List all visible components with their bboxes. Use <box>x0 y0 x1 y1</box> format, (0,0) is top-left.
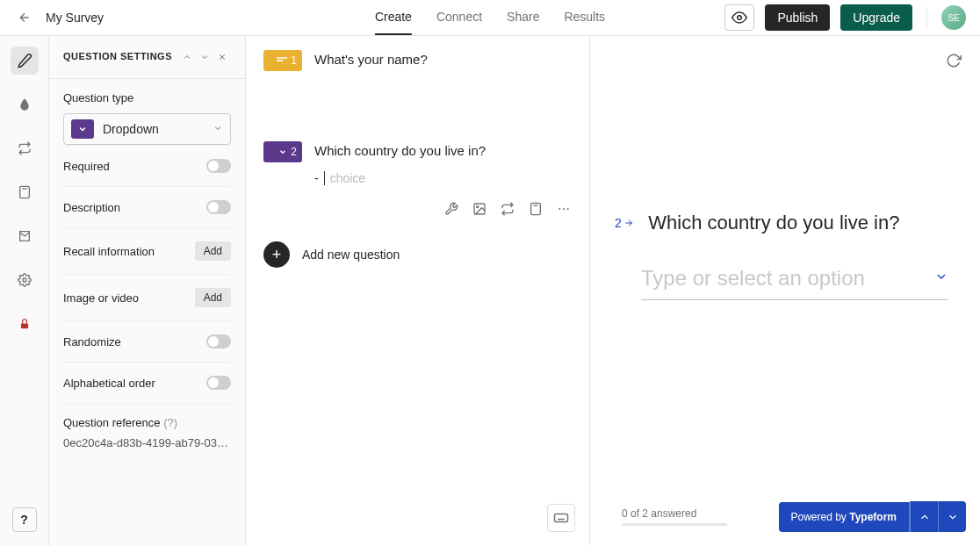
image-label: Image or video <box>63 291 139 305</box>
settings-panel-title: QUESTION SETTINGS <box>63 50 178 63</box>
preview-dropdown-input[interactable]: Type or select an option <box>641 261 948 300</box>
svg-rect-17 <box>531 203 541 214</box>
svg-rect-1 <box>19 186 29 198</box>
randomize-toggle[interactable] <box>206 334 231 348</box>
calculator-icon <box>529 202 543 216</box>
chevron-down-icon <box>213 121 223 137</box>
tab-share[interactable]: Share <box>507 0 539 35</box>
avatar[interactable]: SE <box>941 5 966 30</box>
question-type-label: Question type <box>63 91 231 104</box>
chevron-down-icon <box>199 52 210 62</box>
close-icon <box>217 52 227 62</box>
dropdown-icon <box>278 147 287 156</box>
question-2-badge: 2 <box>263 141 302 162</box>
svg-rect-22 <box>555 514 568 522</box>
keyboard-button[interactable] <box>547 504 575 532</box>
upgrade-button[interactable]: Upgrade <box>840 4 912 31</box>
calculator-icon <box>18 185 32 199</box>
lock-icon <box>18 318 31 330</box>
question-type-value: Dropdown <box>103 122 204 136</box>
eye-icon <box>731 10 747 25</box>
dropdown-type-icon <box>71 119 94 139</box>
randomize-label: Randomize <box>63 335 121 348</box>
svg-point-16 <box>477 206 479 208</box>
alpha-toggle[interactable] <box>206 376 231 390</box>
progress-bar <box>622 523 727 526</box>
image-icon <box>472 202 486 216</box>
prev-question-button[interactable] <box>178 48 196 66</box>
svg-rect-10 <box>20 323 27 328</box>
drop-icon <box>18 97 32 111</box>
tab-create[interactable]: Create <box>375 0 412 35</box>
preview-button[interactable] <box>724 4 754 31</box>
chevron-down-icon <box>934 269 948 287</box>
preview-nav-down[interactable] <box>938 501 966 532</box>
mail-icon <box>18 229 32 243</box>
tool-logic[interactable] <box>11 134 39 162</box>
tool-access[interactable] <box>11 310 39 338</box>
choice-input[interactable]: - choice <box>314 171 572 185</box>
refresh-preview-button[interactable] <box>941 48 966 73</box>
add-question-button[interactable]: + Add new question <box>263 241 572 268</box>
close-settings-button[interactable] <box>213 48 231 66</box>
tab-connect[interactable]: Connect <box>436 0 482 35</box>
tool-calculator[interactable] <box>11 178 39 206</box>
progress-text: 0 of 2 answered <box>622 507 727 520</box>
survey-title: My Survey <box>46 11 104 25</box>
arrow-right-icon <box>623 218 634 228</box>
svg-point-19 <box>558 208 560 210</box>
plus-icon: + <box>263 241 290 268</box>
required-label: Required <box>63 160 110 173</box>
question-1[interactable]: 1 What's your name? <box>263 50 572 71</box>
action-image[interactable] <box>472 201 487 217</box>
question-1-badge: 1 <box>263 50 302 71</box>
next-question-button[interactable] <box>196 48 213 66</box>
tool-design[interactable] <box>11 90 39 119</box>
tool-content[interactable] <box>11 47 39 75</box>
recall-label: Recall information <box>63 245 155 258</box>
description-toggle[interactable] <box>206 200 231 214</box>
preview-question-text: Which country do you live in? <box>648 212 899 233</box>
preview-input-placeholder: Type or select an option <box>641 266 865 291</box>
gear-icon <box>18 273 32 287</box>
back-button[interactable] <box>14 7 35 28</box>
reference-label: Question reference (?) <box>63 416 231 429</box>
preview-question-number: 2 <box>615 216 634 230</box>
svg-point-21 <box>567 208 569 210</box>
keyboard-icon <box>553 510 569 526</box>
tab-results[interactable]: Results <box>564 0 605 35</box>
tool-settings[interactable] <box>11 266 39 294</box>
add-question-label: Add new question <box>302 248 400 262</box>
question-type-select[interactable]: Dropdown <box>63 113 231 145</box>
question-2[interactable]: 2 Which country do you live in? <box>263 141 572 162</box>
logic-icon <box>18 141 32 155</box>
question-2-text[interactable]: Which country do you live in? <box>314 141 486 158</box>
tool-notifications[interactable] <box>11 222 39 250</box>
svg-point-20 <box>563 208 565 210</box>
alpha-label: Alphabetical order <box>63 377 155 390</box>
chevron-up-icon <box>919 511 931 523</box>
powered-by-badge[interactable]: Powered by Typeform <box>779 502 911 532</box>
chevron-down-icon <box>947 511 959 523</box>
help-button[interactable]: ? <box>12 507 37 532</box>
pencil-icon <box>17 53 32 68</box>
required-toggle[interactable] <box>206 159 231 173</box>
action-settings[interactable] <box>443 201 459 217</box>
preview-nav-up[interactable] <box>910 501 938 532</box>
reference-value: 0ec20c4a-d83b-4199-ab79-031b3b <box>63 436 231 449</box>
logic-icon <box>501 202 515 216</box>
action-logic[interactable] <box>500 201 515 217</box>
recall-add-button[interactable]: Add <box>195 241 231 261</box>
wrench-icon <box>444 202 458 216</box>
action-more[interactable] <box>556 201 572 217</box>
question-1-text[interactable]: What's your name? <box>314 50 428 67</box>
image-add-button[interactable]: Add <box>195 288 231 307</box>
refresh-icon <box>946 53 962 68</box>
svg-point-0 <box>738 16 742 20</box>
divider <box>926 7 927 28</box>
svg-point-9 <box>23 278 26 282</box>
more-icon <box>557 202 571 216</box>
action-calculator[interactable] <box>528 201 544 217</box>
short-text-icon <box>277 56 287 65</box>
publish-button[interactable]: Publish <box>765 4 830 31</box>
